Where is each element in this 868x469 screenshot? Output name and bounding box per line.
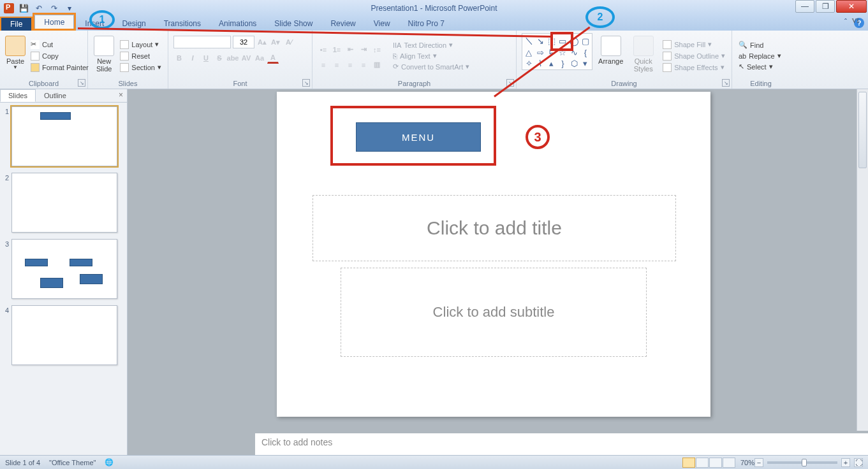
new-slide-button[interactable]: New Slide xyxy=(93,33,115,78)
zoom-percent[interactable]: 70% xyxy=(740,459,754,466)
tab-animations[interactable]: Animations xyxy=(210,17,265,31)
justify-icon[interactable]: ≡ xyxy=(358,59,369,71)
section-button[interactable]: Section ▾ xyxy=(119,62,163,73)
change-case-button[interactable]: Aa xyxy=(254,52,265,64)
shape-textbox-icon[interactable]: ⬚ xyxy=(546,35,557,47)
select-button[interactable]: ↖Select ▾ xyxy=(737,62,783,71)
shape-connector-icon[interactable]: ↳ xyxy=(546,47,557,57)
shape-callout-icon[interactable]: ✧ xyxy=(524,58,534,68)
paste-button[interactable]: Paste ▼ xyxy=(5,33,26,78)
outline-tab[interactable]: Outline xyxy=(36,89,75,102)
shape-effects-button[interactable]: Shape Effects ▾ xyxy=(661,62,726,73)
list-item[interactable]: 3 xyxy=(1,239,127,299)
zoom-thumb[interactable] xyxy=(802,459,807,466)
grow-font-icon[interactable]: A▴ xyxy=(256,36,268,48)
font-color-button[interactable]: A xyxy=(267,52,279,64)
vertical-scrollbar[interactable] xyxy=(857,89,868,455)
list-item[interactable]: 2 xyxy=(1,173,127,233)
shape-curve-icon[interactable]: ∿ xyxy=(569,47,580,57)
italic-button[interactable]: I xyxy=(187,52,198,64)
shape-roundrect-icon[interactable]: ▢ xyxy=(580,35,591,47)
copy-button[interactable]: Copy xyxy=(29,51,90,61)
tab-review[interactable]: Review xyxy=(321,17,364,31)
list-item[interactable]: 1 xyxy=(1,106,127,166)
shape-rbrace-icon[interactable]: } xyxy=(557,58,568,68)
columns-icon[interactable]: ▥ xyxy=(371,59,383,71)
clipboard-dialog-launcher[interactable]: ↘ xyxy=(78,79,85,87)
shape-action-icon[interactable]: ⬡ xyxy=(569,58,580,68)
underline-button[interactable]: U xyxy=(200,52,212,64)
sorter-view-button[interactable] xyxy=(696,458,709,468)
slideshow-view-button[interactable] xyxy=(723,458,735,468)
minimize-ribbon-icon[interactable]: ˆ xyxy=(841,18,850,27)
format-painter-button[interactable]: Format Painter xyxy=(29,62,90,73)
replace-button[interactable]: abReplace ▾ xyxy=(737,51,783,61)
slides-tab[interactable]: Slides xyxy=(0,89,36,102)
menu-rectangle-shape[interactable]: MENU xyxy=(356,122,481,152)
zoom-slider[interactable] xyxy=(767,461,837,464)
layout-button[interactable]: Layout ▾ xyxy=(119,40,163,50)
tab-transitions[interactable]: Transitions xyxy=(155,17,210,31)
tab-design[interactable]: Design xyxy=(113,17,154,31)
title-placeholder[interactable]: Click to add title xyxy=(313,195,676,261)
shape-star-icon[interactable]: ☆ xyxy=(557,47,568,57)
font-dialog-launcher[interactable]: ↘ xyxy=(302,79,310,87)
shapes-gallery[interactable]: ＼ ↘ ⬚ ▭ ◯ ▢ △ ⇨ ↳ ☆ ∿ { ✧ ⌇ ▴ } ⬡ ▾ xyxy=(522,33,592,70)
shape-triangle-icon[interactable]: △ xyxy=(524,47,534,57)
clear-format-icon[interactable]: A⁄ xyxy=(283,36,295,48)
restore-button[interactable]: ❐ xyxy=(816,0,835,13)
bullets-icon[interactable]: •≡ xyxy=(318,44,329,55)
find-button[interactable]: 🔍Find xyxy=(737,40,783,50)
bold-button[interactable]: B xyxy=(173,52,185,64)
quick-styles-button[interactable]: Quick Styles xyxy=(629,33,658,78)
outdent-icon[interactable]: ⇤ xyxy=(344,44,356,55)
fit-window-button[interactable]: ⛶ xyxy=(854,458,863,467)
shape-lbrace-icon[interactable]: { xyxy=(580,47,591,57)
slide-thumbnail-4[interactable] xyxy=(11,305,117,365)
reset-button[interactable]: Reset xyxy=(119,51,163,61)
shape-fill-button[interactable]: Shape Fill ▾ xyxy=(661,40,726,50)
align-left-icon[interactable]: ≡ xyxy=(318,59,329,71)
slide-thumbnail-2[interactable] xyxy=(11,173,117,233)
shape-line-icon[interactable]: ＼ xyxy=(524,35,534,47)
align-right-icon[interactable]: ≡ xyxy=(344,59,356,71)
shape-more-up-icon[interactable]: ▴ xyxy=(546,58,557,68)
shape-rarrow-icon[interactable]: ⇨ xyxy=(535,47,546,57)
tab-slide-show[interactable]: Slide Show xyxy=(265,17,321,31)
file-tab[interactable]: File xyxy=(0,17,33,31)
shape-arrow-icon[interactable]: ↘ xyxy=(535,35,546,47)
shape-freeform-icon[interactable]: ⌇ xyxy=(535,58,546,68)
panel-close-icon[interactable]: × xyxy=(115,89,127,102)
shape-oval-icon[interactable]: ◯ xyxy=(569,35,580,47)
list-item[interactable]: 4 xyxy=(1,305,127,365)
text-direction-button[interactable]: IIA Text Direction ▾ xyxy=(392,40,471,50)
text-shadow-button[interactable]: abe xyxy=(227,52,239,64)
shape-rect-icon[interactable]: ▭ xyxy=(557,35,568,47)
slide-thumbnail-3[interactable] xyxy=(11,239,117,299)
align-text-button[interactable]: ⎘ Align Text ▾ xyxy=(392,51,471,61)
font-size-combo[interactable] xyxy=(233,36,254,48)
font-name-combo[interactable] xyxy=(173,36,231,48)
zoom-out-button[interactable]: − xyxy=(754,458,763,467)
indent-icon[interactable]: ⇥ xyxy=(358,44,369,55)
convert-smartart-button[interactable]: ⟳ Convert to SmartArt ▾ xyxy=(392,62,471,71)
reading-view-button[interactable] xyxy=(709,458,722,468)
line-spacing-icon[interactable]: ↕≡ xyxy=(371,44,383,55)
strike-button[interactable]: S xyxy=(214,52,225,64)
scroll-thumb[interactable] xyxy=(858,92,867,168)
slide-canvas[interactable]: MENU Click to add title Click to add sub… xyxy=(277,92,710,417)
shrink-font-icon[interactable]: A▾ xyxy=(270,36,281,48)
tab-home[interactable]: Home xyxy=(34,15,74,29)
thumbnail-list[interactable]: 1 2 3 4 xyxy=(0,103,127,455)
char-spacing-button[interactable]: AV xyxy=(240,52,252,64)
tab-nitro-pro[interactable]: Nitro Pro 7 xyxy=(399,17,453,31)
paragraph-dialog-launcher[interactable]: ↘ xyxy=(506,79,514,87)
shape-more-down-icon[interactable]: ▾ xyxy=(580,58,591,68)
save-button[interactable]: 💾 xyxy=(18,3,29,14)
notes-pane[interactable]: Click to add notes xyxy=(255,431,868,455)
normal-view-button[interactable] xyxy=(682,458,695,468)
arrange-button[interactable]: Arrange xyxy=(596,33,625,78)
close-button[interactable]: ✕ xyxy=(836,0,867,13)
language-indicator[interactable]: 🌐 xyxy=(105,458,114,466)
minimize-button[interactable]: — xyxy=(795,0,814,13)
